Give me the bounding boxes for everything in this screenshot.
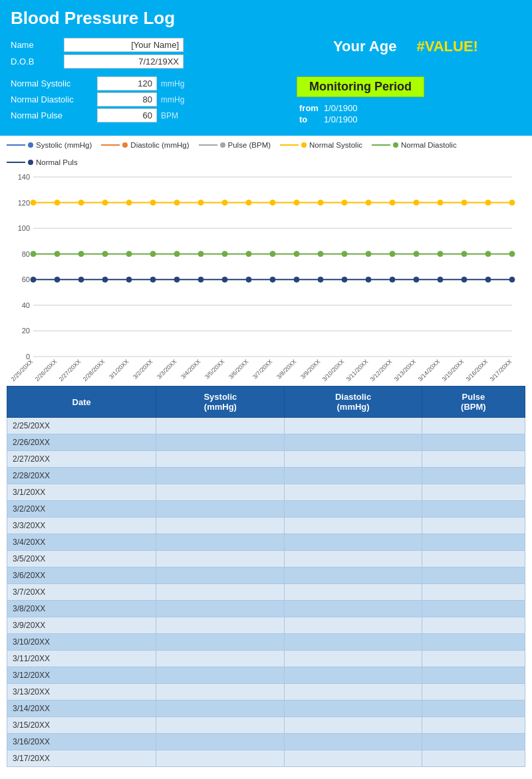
value-cell[interactable] — [156, 534, 285, 551]
value-cell[interactable] — [285, 468, 422, 484]
value-cell[interactable] — [285, 434, 422, 451]
legend-normal-diastolic-label: Normal Diastolic — [401, 141, 457, 149]
value-cell[interactable] — [156, 734, 285, 750]
normal-systolic-input[interactable]: 120 — [97, 77, 157, 90]
value-cell[interactable] — [156, 634, 285, 651]
date-cell: 3/1/20XX — [7, 484, 156, 501]
value-cell[interactable] — [422, 484, 525, 501]
value-cell[interactable] — [156, 584, 285, 601]
value-cell[interactable] — [156, 418, 285, 434]
your-age-label: Your Age — [333, 38, 396, 55]
value-cell[interactable] — [285, 634, 422, 651]
value-cell[interactable] — [285, 734, 422, 750]
value-cell[interactable] — [285, 651, 422, 667]
pulse-dot-icon — [220, 142, 225, 148]
normal-diastolic-input[interactable]: 80 — [97, 92, 157, 106]
svg-text:80: 80 — [22, 250, 30, 258]
table-row: 3/12/20XX — [7, 667, 525, 684]
value-cell[interactable] — [285, 534, 422, 551]
svg-point-50 — [318, 200, 323, 206]
normal-diastolic-dot-icon — [393, 142, 398, 148]
value-cell[interactable] — [285, 750, 422, 767]
value-cell[interactable] — [156, 434, 285, 451]
value-cell[interactable] — [156, 701, 285, 717]
value-cell[interactable] — [285, 567, 422, 584]
svg-point-91 — [246, 277, 251, 282]
svg-point-70 — [270, 251, 275, 257]
name-input[interactable]: [Your Name] — [64, 38, 184, 52]
svg-text:3/14/20XX: 3/14/20XX — [417, 358, 442, 383]
table-row: 3/8/20XX — [7, 601, 525, 617]
value-cell[interactable] — [156, 451, 285, 468]
value-cell[interactable] — [285, 551, 422, 567]
value-cell[interactable] — [422, 584, 525, 601]
value-cell[interactable] — [422, 617, 525, 634]
svg-text:3/15/20XX: 3/15/20XX — [441, 358, 466, 383]
date-cell: 3/9/20XX — [7, 617, 156, 634]
value-cell[interactable] — [156, 651, 285, 667]
value-cell[interactable] — [156, 601, 285, 617]
value-cell[interactable] — [156, 484, 285, 501]
value-cell[interactable] — [156, 518, 285, 534]
value-cell[interactable] — [422, 717, 525, 734]
svg-point-102 — [509, 277, 515, 282]
svg-text:3/13/20XX: 3/13/20XX — [393, 358, 418, 383]
value-cell[interactable] — [156, 551, 285, 567]
normal-systolic-label: Normal Systolic — [11, 78, 97, 88]
value-cell[interactable] — [156, 750, 285, 767]
table-row: 3/7/20XX — [7, 584, 525, 601]
col-systolic: Systolic(mmHg) — [156, 387, 285, 418]
value-cell[interactable] — [422, 434, 525, 451]
value-cell[interactable] — [422, 701, 525, 717]
value-cell[interactable] — [285, 501, 422, 518]
value-cell[interactable] — [156, 717, 285, 734]
value-cell[interactable] — [422, 518, 525, 534]
value-cell[interactable] — [422, 501, 525, 518]
svg-point-87 — [150, 277, 156, 282]
value-cell[interactable] — [156, 567, 285, 584]
value-cell[interactable] — [285, 701, 422, 717]
value-cell[interactable] — [285, 418, 422, 434]
value-cell[interactable] — [285, 717, 422, 734]
value-cell[interactable] — [422, 601, 525, 617]
svg-point-38 — [31, 200, 36, 206]
value-cell[interactable] — [156, 684, 285, 701]
value-cell[interactable] — [285, 667, 422, 684]
svg-text:3/5/20XX: 3/5/20XX — [203, 358, 225, 380]
normal-pulse-input[interactable]: 60 — [97, 108, 157, 122]
svg-point-86 — [126, 277, 132, 282]
value-cell[interactable] — [422, 684, 525, 701]
value-cell[interactable] — [156, 617, 285, 634]
svg-point-74 — [366, 251, 371, 257]
svg-point-42 — [126, 200, 132, 206]
value-cell[interactable] — [422, 468, 525, 484]
legend-normal-systolic: Normal Systolic — [280, 141, 362, 149]
value-cell[interactable] — [422, 567, 525, 584]
value-cell[interactable] — [285, 584, 422, 601]
svg-text:3/10/20XX: 3/10/20XX — [321, 358, 346, 383]
value-cell[interactable] — [285, 617, 422, 634]
value-cell[interactable] — [422, 667, 525, 684]
svg-text:3/1/20XX: 3/1/20XX — [108, 358, 130, 380]
value-cell[interactable] — [285, 484, 422, 501]
value-cell[interactable] — [156, 468, 285, 484]
value-cell[interactable] — [422, 551, 525, 567]
value-cell[interactable] — [422, 734, 525, 750]
value-cell[interactable] — [285, 684, 422, 701]
value-cell[interactable] — [156, 667, 285, 684]
date-cell: 3/10/20XX — [7, 634, 156, 651]
svg-point-47 — [246, 200, 251, 206]
pulse-line-icon — [199, 144, 217, 146]
value-cell[interactable] — [285, 601, 422, 617]
value-cell[interactable] — [422, 750, 525, 767]
value-cell[interactable] — [422, 651, 525, 667]
table-row: 3/15/20XX — [7, 717, 525, 734]
dob-input[interactable]: 7/12/19XX — [64, 55, 184, 69]
value-cell[interactable] — [285, 518, 422, 534]
value-cell[interactable] — [422, 534, 525, 551]
value-cell[interactable] — [285, 451, 422, 468]
value-cell[interactable] — [422, 418, 525, 434]
value-cell[interactable] — [156, 501, 285, 518]
value-cell[interactable] — [422, 451, 525, 468]
value-cell[interactable] — [422, 634, 525, 651]
